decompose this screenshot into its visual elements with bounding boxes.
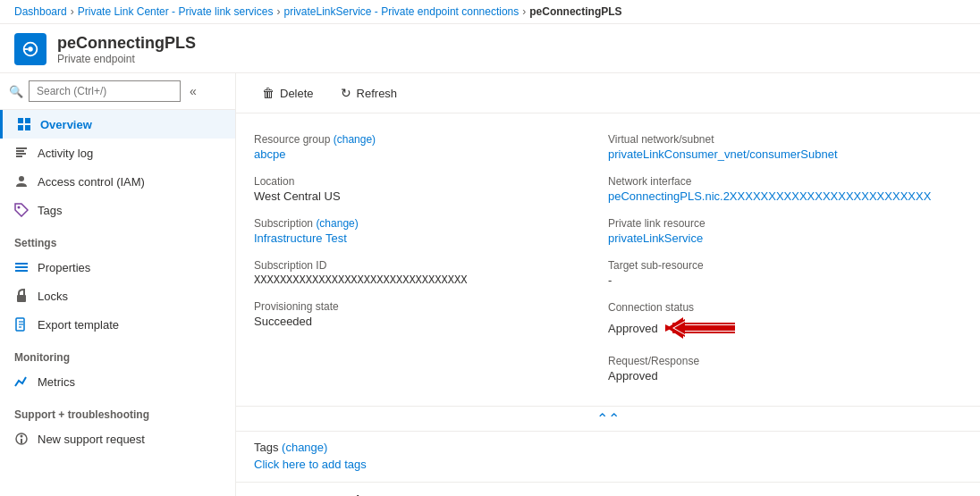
overview-icon [17, 117, 31, 131]
location-value: West Central US [254, 189, 590, 203]
search-input[interactable] [29, 80, 181, 102]
svg-rect-7 [16, 147, 27, 149]
main-content: 🗑 Delete ↻ Refresh Resource group (chang… [236, 73, 980, 496]
location-field: Location West Central US [254, 170, 608, 212]
sidebar-item-export-template[interactable]: Export template [0, 310, 235, 339]
breadcrumb-sep-2: › [276, 5, 280, 18]
breadcrumb-private-link-service[interactable]: privateLinkService - Private endpoint co… [283, 5, 519, 18]
layout: 🔍 « Overview [0, 73, 980, 496]
tags-change-link[interactable]: (change) [282, 441, 327, 454]
properties-icon [14, 260, 29, 274]
tags-label: Tags [254, 441, 282, 454]
page-header: peConnectingPLS Private endpoint [0, 24, 980, 73]
sidebar-item-access-control[interactable]: Access control (IAM) [0, 167, 235, 196]
target-sub-resource-value: - [608, 273, 944, 287]
resource-group-field: Resource group (change) abcpe [254, 128, 608, 170]
svg-point-22 [21, 435, 23, 438]
sidebar-item-export-template-label: Export template [38, 318, 119, 332]
private-link-resource-field: Private link resource privateLinkService [608, 212, 962, 254]
svg-rect-16 [17, 295, 26, 302]
svg-point-11 [19, 176, 24, 181]
tags-section: Tags (change) Click here to add tags [236, 432, 980, 483]
breadcrumb-sep-3: › [522, 5, 526, 18]
subscription-id-value: XXXXXXXXXXXXXXXXXXXXXXXXXXXXXXXXX [254, 273, 590, 286]
connection-status-value: Approved [608, 322, 658, 335]
svg-point-1 [28, 46, 33, 52]
breadcrumb-current: peConnectingPLS [529, 5, 621, 18]
sidebar-item-metrics-label: Metrics [38, 375, 75, 389]
sidebar-item-activity-log-label: Activity log [38, 147, 93, 160]
page-subtitle: Private endpoint [57, 53, 196, 65]
svg-rect-23 [21, 439, 22, 443]
svg-point-12 [18, 206, 21, 209]
svg-rect-9 [16, 153, 26, 155]
virtual-network-value[interactable]: privateLinkConsumer_vnet/consumerSubnet [608, 147, 838, 161]
lock-icon [14, 289, 29, 303]
request-response-value: Approved [608, 369, 944, 383]
tags-add-link[interactable]: Click here to add tags [254, 458, 367, 471]
subscription-change-link[interactable]: (change) [316, 217, 358, 230]
svg-rect-6 [25, 125, 30, 130]
virtual-network-field: Virtual network/subnet privateLinkConsum… [608, 128, 962, 170]
private-link-resource-value[interactable]: privateLinkService [608, 231, 703, 245]
refresh-label: Refresh [357, 87, 398, 100]
resource-group-change-link[interactable]: (change) [334, 133, 376, 146]
svg-rect-3 [18, 118, 23, 123]
content-grid: Resource group (change) abcpe Location W… [236, 113, 980, 406]
sidebar: 🔍 « Overview [0, 73, 236, 496]
svg-rect-5 [18, 125, 23, 130]
network-interface-value[interactable]: peConnectingPLS.nic.2XXXXXXXXXXXXXXXXXXX… [608, 189, 931, 203]
sidebar-item-locks-label: Locks [38, 290, 68, 303]
sidebar-item-access-control-label: Access control (IAM) [38, 175, 145, 189]
sidebar-item-overview[interactable]: Overview [0, 110, 235, 139]
dns-section: Custom DNS settings FQDN Private IP Not … [236, 483, 980, 496]
refresh-button[interactable]: ↻ Refresh [329, 80, 410, 105]
sidebar-item-tags-label: Tags [38, 204, 62, 217]
right-fields: Virtual network/subnet privateLinkConsum… [608, 128, 962, 391]
sidebar-item-locks[interactable]: Locks [0, 282, 235, 310]
subscription-value[interactable]: Infrastructure Test [254, 231, 347, 245]
page-header-text: peConnectingPLS Private endpoint [57, 34, 196, 65]
sidebar-item-new-support-request-label: New support request [38, 433, 145, 446]
sidebar-item-metrics[interactable]: Metrics [0, 367, 235, 396]
provisioning-state-field: Provisioning state Succeeded [254, 295, 608, 337]
svg-rect-4 [25, 118, 30, 123]
sidebar-item-activity-log[interactable]: Activity log [0, 139, 235, 167]
connection-status-field: Connection status Approved [608, 296, 962, 349]
svg-rect-15 [15, 270, 28, 272]
provisioning-state-value: Succeeded [254, 315, 590, 328]
sidebar-collapse-button[interactable]: « [190, 84, 197, 98]
svg-rect-13 [15, 263, 28, 265]
collapse-icon[interactable]: ⌃⌃ [596, 410, 620, 427]
resource-group-value[interactable]: abcpe [254, 147, 285, 161]
breadcrumb-dashboard[interactable]: Dashboard [14, 5, 67, 18]
svg-rect-10 [16, 156, 22, 157]
sidebar-item-properties-label: Properties [38, 261, 90, 274]
toolbar: 🗑 Delete ↻ Refresh [236, 73, 980, 113]
target-sub-resource-field: Target sub-resource - [608, 254, 962, 296]
page-header-icon [14, 33, 46, 65]
search-icon: 🔍 [9, 85, 23, 98]
subscription-field: Subscription (change) Infrastructure Tes… [254, 212, 608, 254]
request-response-field: Request/Response Approved [608, 349, 962, 391]
activity-log-icon [14, 146, 29, 160]
delete-icon: 🗑 [262, 86, 275, 100]
endpoint-icon [21, 39, 40, 59]
export-template-icon [14, 317, 29, 332]
monitoring-section-title: Monitoring [0, 339, 235, 367]
tags-icon [14, 203, 29, 217]
settings-section-title: Settings [0, 224, 235, 253]
sidebar-item-new-support-request[interactable]: New support request [0, 425, 235, 453]
sidebar-item-tags[interactable]: Tags [0, 196, 235, 224]
sidebar-item-properties[interactable]: Properties [0, 253, 235, 282]
page-title: peConnectingPLS [57, 34, 196, 53]
refresh-icon: ↻ [341, 86, 351, 100]
metrics-icon [14, 374, 29, 389]
delete-button[interactable]: 🗑 Delete [250, 80, 325, 105]
breadcrumb-sep-1: › [71, 5, 74, 18]
sidebar-item-overview-label: Overview [40, 118, 92, 131]
network-interface-field: Network interface peConnectingPLS.nic.2X… [608, 170, 962, 212]
support-section-title: Support + troubleshooting [0, 396, 235, 425]
breadcrumb-private-link-center[interactable]: Private Link Center - Private link servi… [78, 5, 274, 18]
subscription-id-field: Subscription ID XXXXXXXXXXXXXXXXXXXXXXXX… [254, 254, 608, 295]
